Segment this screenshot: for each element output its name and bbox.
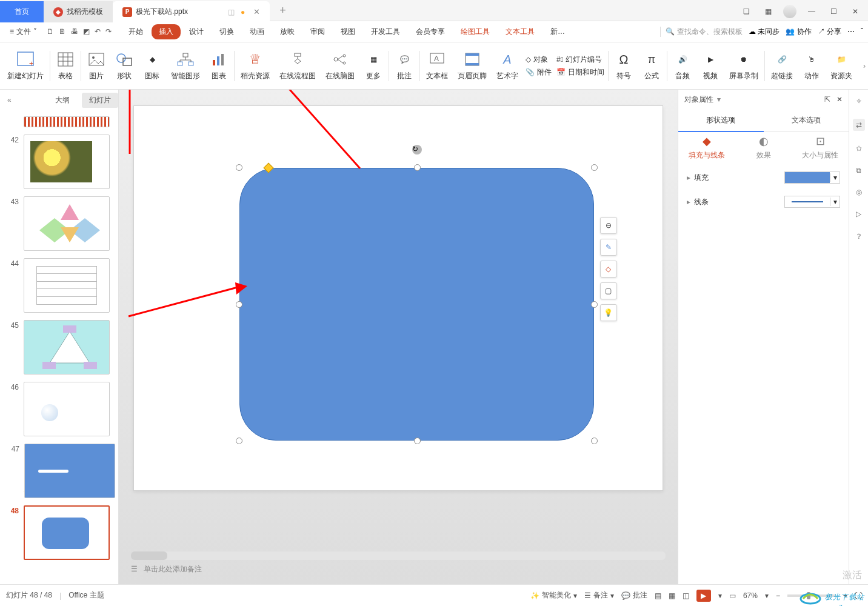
rb-symbol[interactable]: Ω符号 (610, 45, 638, 87)
rs-star-icon[interactable]: ✩ (856, 144, 862, 153)
menu-extra[interactable]: 新… (543, 24, 572, 39)
notes-area[interactable]: ☰单击此处添加备注 (131, 560, 666, 578)
tab-home[interactable]: 首页 (0, 1, 44, 22)
rb-object[interactable]: ◇ 对象 (526, 55, 552, 65)
save-as-icon[interactable]: 🗎 (59, 27, 66, 36)
print-icon[interactable]: 🖶 (71, 27, 78, 36)
zoom-out-icon[interactable]: ▭ (729, 591, 736, 600)
rb-wordart[interactable]: A艺术字 (492, 45, 523, 87)
menu-member[interactable]: 会员专享 (409, 24, 452, 39)
collab-button[interactable]: 👥 协作 (786, 27, 811, 37)
float-collapse-icon[interactable]: ⊖ (600, 217, 617, 234)
search-box[interactable]: 🔍 查找命令、搜索模板 (660, 27, 743, 37)
thumb-44[interactable] (24, 258, 110, 313)
slide-canvas[interactable]: ↻ ⊖ ✎ ◇ ▢ 💡 (133, 105, 663, 491)
rb-comment[interactable]: 💬批注 (390, 45, 418, 87)
rotate-handle[interactable]: ↻ (412, 145, 422, 155)
prop-line[interactable]: ▸线条 ▾ (678, 190, 849, 214)
sidebar-tab-outline[interactable]: 大纲 (48, 93, 77, 108)
horizontal-scrollbar[interactable] (131, 551, 666, 560)
rb-smartart[interactable]: 智能图形 (166, 45, 205, 87)
rounded-rect-shape[interactable] (239, 168, 593, 441)
rb-resource-folder[interactable]: 📁资源夹 (826, 45, 857, 87)
rs-settings-icon[interactable]: ⇄ (853, 119, 865, 131)
float-outline-icon[interactable]: ▢ (600, 282, 617, 299)
view-reading-icon[interactable]: ◫ (683, 591, 689, 600)
view-sorter-icon[interactable]: ▦ (669, 591, 675, 600)
stab-effect[interactable]: ◐效果 (735, 135, 792, 161)
handle-e[interactable] (591, 301, 598, 308)
maximize-icon[interactable]: ☐ (827, 5, 840, 18)
ribbon-scroll-right-icon[interactable]: › (863, 62, 866, 70)
float-idea-icon[interactable]: 💡 (600, 304, 617, 321)
undo-icon[interactable]: ↶ (95, 27, 101, 36)
rb-datetime[interactable]: 📅 日期和时间 (556, 67, 604, 78)
panel-close-icon[interactable]: ✕ (836, 95, 843, 104)
handle-sw[interactable] (236, 438, 242, 444)
thumb-42[interactable] (24, 135, 110, 189)
close-tab-icon[interactable]: ✕ (253, 7, 260, 16)
layout-single-icon[interactable]: ❏ (739, 5, 753, 18)
tab-file[interactable]: P极光下载站.pptx◫●✕ (113, 1, 270, 22)
preview-icon[interactable]: ◩ (83, 27, 90, 36)
collapse-sidebar-icon[interactable]: « (5, 96, 14, 104)
rb-formula[interactable]: π公式 (638, 45, 666, 87)
rs-layer-icon[interactable]: ⧉ (856, 166, 861, 175)
thumb-48[interactable] (24, 505, 110, 560)
share-button[interactable]: ↗ 分享 (818, 27, 841, 37)
unsync-button[interactable]: ☁ 未同步 (749, 27, 780, 37)
avatar[interactable] (783, 5, 796, 18)
fill-color-swatch[interactable]: ▾ (784, 171, 840, 184)
rb-video[interactable]: ▶视频 (696, 45, 724, 87)
handle-n[interactable] (414, 164, 421, 171)
menu-view[interactable]: 视图 (333, 24, 362, 39)
rs-play-icon[interactable]: ▷ (856, 210, 861, 218)
menu-insert[interactable]: 插入 (152, 24, 181, 39)
rs-wand-icon[interactable]: ✧ (856, 97, 862, 105)
zoom-slider-minus[interactable]: − (776, 591, 780, 600)
collapse-ribbon-icon[interactable]: ˆ (861, 27, 863, 36)
sidebar-tab-slides[interactable]: 幻灯片 (82, 93, 118, 108)
menu-design[interactable]: 设计 (182, 24, 211, 39)
rb-action[interactable]: 🖱动作 (798, 45, 826, 87)
new-tab-button[interactable]: + (270, 0, 296, 21)
view-normal-icon[interactable]: ▤ (655, 591, 661, 600)
panel-pin-icon[interactable]: ⇱ (824, 95, 830, 104)
handle-nw[interactable] (236, 164, 242, 171)
save-icon[interactable]: 🗋 (47, 27, 54, 36)
menu-play[interactable]: 放映 (273, 24, 302, 39)
handle-ne[interactable] (591, 164, 598, 171)
file-menu[interactable]: ≡ 文件 ˅ (5, 25, 42, 38)
stab-fill-line[interactable]: ◆填充与线条 (678, 135, 735, 161)
line-style-swatch[interactable]: ▾ (784, 196, 840, 208)
rb-icon[interactable]: ◆图标 (138, 45, 166, 87)
rb-screen-record[interactable]: ⏺屏幕录制 (724, 45, 763, 87)
rb-textbox[interactable]: A文本框 (421, 45, 453, 87)
rb-attachment[interactable]: 📎 附件 (526, 67, 552, 78)
ptab-text[interactable]: 文本选项 (764, 109, 849, 132)
rb-flowchart[interactable]: 在线流程图 (275, 45, 321, 87)
rb-new-slide[interactable]: +新建幻灯片 (2, 45, 48, 87)
rs-help-icon[interactable]: ？ (855, 231, 863, 242)
menu-text-tools[interactable]: 文本工具 (498, 24, 542, 39)
menu-transition[interactable]: 切换 (212, 24, 241, 39)
rb-shape[interactable]: 形状 (110, 45, 138, 87)
menu-animation[interactable]: 动画 (242, 24, 272, 39)
slideshow-button[interactable]: ▶ (696, 590, 711, 602)
rb-image[interactable]: 图片 (82, 45, 110, 87)
rb-chart[interactable]: 图表 (205, 45, 233, 87)
more-icon[interactable]: ⋯ (847, 27, 855, 36)
menu-draw-tools[interactable]: 绘图工具 (453, 24, 497, 39)
float-fill-icon[interactable]: ◇ (600, 261, 617, 278)
prop-fill[interactable]: ▸填充 ▾ (678, 165, 849, 190)
sb-beauty[interactable]: ✨ 智能美化 ▾ (530, 590, 577, 601)
rb-table[interactable]: 表格 (52, 45, 79, 87)
thumb-46[interactable] (24, 382, 110, 436)
sb-comments[interactable]: 💬 批注 (621, 590, 647, 601)
ptab-shape[interactable]: 形状选项 (678, 109, 764, 132)
thumb-47[interactable] (24, 444, 115, 498)
menu-start[interactable]: 开始 (121, 24, 150, 39)
redo-icon[interactable]: ↷ (105, 27, 112, 36)
menu-dev[interactable]: 开发工具 (364, 24, 407, 39)
thumb-43[interactable] (24, 196, 110, 251)
